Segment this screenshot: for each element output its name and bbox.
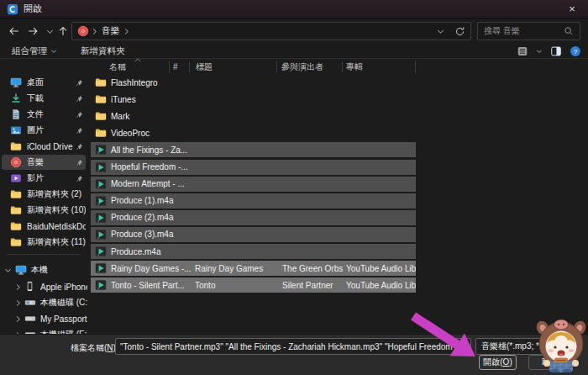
filename-label: 檔案名稱(N): — [71, 342, 118, 354]
forward-icon[interactable] — [24, 22, 42, 40]
file-row[interactable]: Hopeful Freedom -... — [91, 160, 416, 175]
sidebar-item-label: BaiduNetdiskDo — [27, 222, 86, 231]
sidebar-device-item[interactable]: My Passport (D — [0, 311, 87, 326]
file-name: Produce (2).m4a — [111, 213, 195, 222]
file-row[interactable]: Produce (3).m4a — [91, 227, 416, 242]
audio-icon — [95, 178, 107, 190]
sidebar-device-item[interactable]: 本機磁碟 (C:) — [0, 295, 87, 310]
sidebar-item[interactable]: 圖片 — [2, 123, 86, 138]
chevron-right-icon[interactable] — [14, 283, 22, 291]
pin-icon — [76, 95, 83, 103]
file-list-area: 名稱#標題參與演出者專輯 FlashIntegroiTunesMarkVideo… — [87, 59, 588, 334]
file-row[interactable]: FlashIntegro — [91, 75, 416, 90]
folder-icon — [95, 110, 107, 122]
desktop-icon — [15, 264, 27, 276]
pin-icon — [76, 143, 83, 151]
file-name: Produce.m4a — [111, 247, 195, 256]
open-button[interactable]: 開啟(O) — [479, 355, 517, 370]
close-button[interactable]: × — [556, 0, 588, 18]
file-row[interactable]: Mark — [91, 108, 416, 124]
breadcrumb-chevron-icon[interactable] — [123, 28, 130, 35]
file-name: Tonto - Silent Part... — [111, 281, 195, 290]
sidebar-item-label: 文件 — [27, 108, 76, 120]
file-list: FlashIntegroiTunesMarkVideoProcAll the F… — [91, 59, 588, 334]
sidebar-device-item[interactable]: 本機磁碟 (E:) — [0, 327, 87, 334]
file-name: Mark — [111, 112, 195, 121]
audio-icon — [95, 161, 107, 173]
search-box[interactable]: 搜尋 音樂 — [477, 22, 580, 40]
file-row[interactable]: Produce.m4a — [91, 244, 416, 259]
pin-icon — [76, 175, 83, 182]
file-row[interactable]: Modern Attempt - ... — [91, 177, 416, 192]
sidebar-item[interactable]: 新增資料夾 (2) — [2, 187, 86, 202]
breadcrumb-chevron-icon — [91, 28, 98, 35]
sidebar-item[interactable]: 影片 — [2, 171, 86, 186]
sidebar-item[interactable]: 音樂 — [2, 155, 86, 170]
chevron-right-icon[interactable] — [14, 315, 22, 323]
audio-icon — [95, 279, 107, 291]
file-row[interactable]: All the Fixings - Za... — [91, 142, 416, 157]
sidebar-item[interactable]: iCloud Drive — [2, 139, 86, 154]
file-album: YouTube Audio Libr... — [346, 264, 416, 273]
sidebar-item-label: 新增資料夾 (2) — [27, 188, 86, 200]
sidebar-item[interactable]: 下載 — [2, 91, 86, 106]
sidebar-item-label: 新增資料夾 (10) — [27, 204, 86, 216]
file-name: VideoProc — [111, 129, 195, 138]
file-name: iTunes — [111, 95, 195, 104]
chevron-down-icon[interactable] — [536, 48, 543, 55]
sidebar-item-this-pc[interactable]: 本機 — [0, 262, 87, 277]
music-disc-icon — [10, 156, 22, 168]
sidebar-item[interactable]: 新增資料夾 (11) — [2, 235, 86, 250]
refresh-icon[interactable] — [454, 26, 465, 37]
filename-input[interactable] — [115, 338, 471, 355]
file-row[interactable]: Tonto - Silent Part...TontoSilent Partne… — [91, 277, 416, 293]
command-toolbar: 組合管理 新增資料夾 ? — [0, 44, 588, 59]
sidebar-item-label: iCloud Drive — [27, 142, 76, 151]
new-folder-button[interactable]: 新增資料夾 — [81, 45, 125, 57]
sidebar-item-label: 下載 — [27, 92, 76, 104]
file-row[interactable]: VideoProc — [91, 125, 416, 140]
chevron-down-icon[interactable] — [4, 267, 12, 274]
file-row[interactable]: Produce (2).m4a — [91, 210, 416, 225]
file-row[interactable]: Produce (1).m4a — [91, 193, 416, 209]
search-placeholder: 搜尋 音樂 — [484, 25, 520, 37]
sidebar-item-label: 本機 — [31, 264, 87, 276]
sidebar-item-label: 本機磁碟 (C:) — [40, 297, 87, 309]
up-icon[interactable] — [54, 22, 72, 40]
address-toolbar: 音樂 搜尋 音樂 — [0, 18, 588, 44]
sidebar-item[interactable]: 新增資料夾 (10) — [2, 203, 86, 218]
phone-icon — [24, 281, 36, 293]
file-name: All the Fixings - Za... — [111, 145, 195, 155]
file-row[interactable]: iTunes — [91, 92, 416, 107]
document-icon — [10, 108, 22, 120]
address-dropdown-icon[interactable] — [437, 28, 444, 35]
folder-icon — [10, 204, 22, 216]
details-view-icon[interactable] — [517, 45, 528, 57]
sidebar-item[interactable]: 桌面 — [2, 75, 86, 90]
file-name: FlashIntegro — [111, 78, 195, 87]
organize-button[interactable]: 組合管理 — [12, 45, 57, 57]
pin-icon — [76, 111, 83, 119]
preview-pane-icon[interactable] — [550, 45, 562, 57]
new-folder-label: 新增資料夾 — [81, 45, 125, 57]
sidebar-device-item[interactable]: Apple iPhone — [0, 279, 87, 294]
chevron-right-icon[interactable] — [14, 299, 22, 307]
sidebar-item-label: 新增資料夾 (11) — [27, 236, 86, 248]
file-name: Produce (1).m4a — [111, 196, 195, 205]
sidebar-item-label: Apple iPhone — [40, 283, 87, 292]
organize-label: 組合管理 — [12, 45, 47, 57]
sidebar-item[interactable]: BaiduNetdiskDo — [2, 219, 86, 234]
folder-icon — [10, 220, 22, 232]
file-row[interactable]: Rainy Day Games -...Rainy Day GamesThe G… — [91, 261, 416, 276]
address-bar[interactable]: 音樂 — [71, 22, 471, 40]
folder-icon — [95, 127, 107, 139]
sidebar-item-label: 影片 — [27, 172, 76, 184]
music-disc-icon — [77, 25, 89, 37]
help-icon[interactable]: ? — [570, 45, 581, 57]
audio-icon — [95, 144, 107, 156]
window-title: 開啟 — [24, 3, 42, 15]
breadcrumb-location[interactable]: 音樂 — [102, 25, 119, 37]
back-icon[interactable] — [5, 22, 24, 40]
sidebar-item[interactable]: 文件 — [2, 107, 86, 122]
dialog-footer: 檔案名稱(N): 音樂檔(*.mp3; *.m4a;*.a 開啟(O) 取消 — [0, 334, 588, 375]
